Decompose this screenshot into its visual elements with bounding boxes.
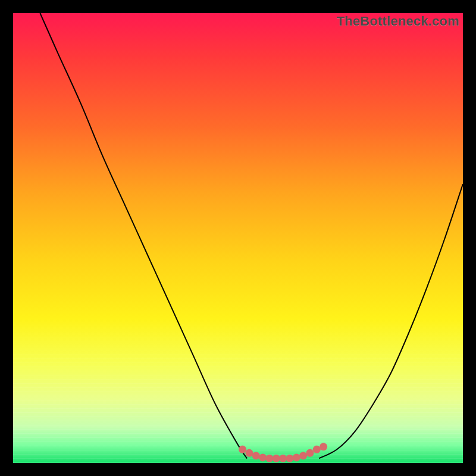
scatter-dot (286, 455, 293, 462)
scatter-dot (265, 455, 273, 462)
line-right (319, 184, 463, 458)
watermark-text: TheBottleneck.com (337, 14, 459, 29)
chart-container: TheBottleneck.com (0, 0, 476, 476)
scatter-dot (306, 449, 314, 457)
scatter-dot (279, 455, 287, 462)
scatter-bottom (239, 443, 327, 462)
chart-svg (13, 13, 463, 463)
scatter-dot (259, 453, 267, 461)
scatter-dot (299, 452, 307, 459)
scatter-dot (245, 449, 253, 457)
scatter-dot (293, 453, 300, 461)
plot-area: TheBottleneck.com (13, 13, 463, 463)
scatter-dot (239, 446, 246, 453)
scatter-dot (320, 443, 327, 450)
scatter-dot (273, 455, 280, 462)
scatter-dot (313, 446, 321, 453)
scatter-dot (252, 452, 260, 459)
line-left (40, 13, 247, 458)
